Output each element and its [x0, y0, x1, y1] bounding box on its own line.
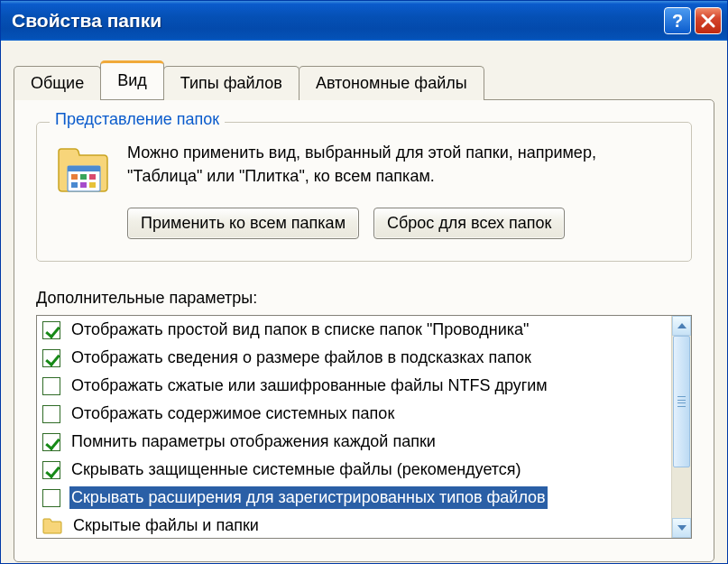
apply-to-all-button[interactable]: Применить ко всем папкам	[127, 208, 359, 239]
tab-view[interactable]: Вид	[100, 60, 164, 99]
list-item-label: Отображать сведения о размере файлов в п…	[69, 347, 533, 369]
tab-file-types[interactable]: Типы файлов	[163, 66, 299, 100]
help-icon: ?	[672, 11, 683, 32]
folder-views-group: Представление папок	[36, 122, 692, 262]
group-right: Можно применить вид, выбранный для этой …	[127, 141, 673, 239]
list-item[interactable]: Скрывать расширения для зарегистрированн…	[37, 484, 671, 512]
group-buttons: Применить ко всем папкам Сброс для всех …	[127, 208, 673, 239]
list-item-label: Скрытые файлы и папки	[71, 514, 261, 537]
folder-icon	[42, 518, 62, 534]
tab-offline-files[interactable]: Автономные файлы	[299, 66, 484, 100]
reset-all-button[interactable]: Сброс для всех папок	[373, 208, 565, 239]
scrollbar-track[interactable]	[672, 336, 691, 518]
checkbox-icon[interactable]	[42, 321, 60, 339]
chevron-up-icon	[677, 323, 687, 328]
list-item[interactable]: Отображать простой вид папок в списке па…	[37, 316, 671, 344]
checkbox-icon[interactable]	[42, 461, 60, 479]
scrollbar	[671, 316, 691, 538]
list-item[interactable]: Отображать сжатые или зашифрованные файл…	[37, 372, 671, 400]
advanced-settings-label: Дополнительные параметры:	[36, 289, 692, 308]
list-item-label: Отображать сжатые или зашифрованные файл…	[69, 374, 549, 397]
list-item-label: Помнить параметры отображения каждой пап…	[69, 430, 438, 453]
list-item-label: Отображать содержимое системных папок	[69, 402, 396, 425]
client-area: Общие Вид Типы файлов Автономные файлы П…	[1, 41, 727, 563]
scroll-up-button[interactable]	[672, 316, 691, 336]
close-icon	[701, 14, 715, 28]
list-item[interactable]: Скрывать защищенные системные файлы (рек…	[37, 456, 671, 484]
list-item-label: Скрывать защищенные системные файлы (рек…	[69, 458, 523, 481]
tab-strip: Общие Вид Типы файлов Автономные файлы	[14, 60, 714, 99]
list-item[interactable]: Отображать содержимое системных папок	[37, 400, 671, 428]
svg-rect-6	[80, 182, 87, 188]
svg-rect-1	[68, 166, 100, 171]
titlebar[interactable]: Свойства папки ?	[1, 1, 727, 41]
group-content: Можно применить вид, выбранный для этой …	[55, 141, 673, 239]
list-item-label: Скрывать расширения для зарегистрированн…	[69, 486, 548, 509]
list-item[interactable]: Помнить параметры отображения каждой пап…	[37, 428, 671, 456]
folder-views-group-title: Представление папок	[50, 110, 225, 129]
scroll-down-button[interactable]	[672, 518, 691, 538]
list-item-label: Отображать простой вид папок в списке па…	[69, 319, 530, 341]
checkbox-icon[interactable]	[42, 405, 60, 423]
checkbox-icon[interactable]	[42, 377, 60, 395]
view-tab-panel: Представление папок	[14, 99, 714, 562]
folder-options-window: Свойства папки ? Общие Вид Типы файлов А…	[0, 0, 728, 564]
close-button[interactable]	[695, 7, 722, 34]
advanced-settings-list[interactable]: Отображать простой вид папок в списке па…	[36, 315, 692, 539]
help-button[interactable]: ?	[664, 7, 691, 34]
checkbox-icon[interactable]	[42, 349, 60, 367]
list-item[interactable]: Отображать сведения о размере файлов в п…	[37, 344, 671, 372]
window-title: Свойства папки	[12, 10, 161, 32]
list-item[interactable]: Скрытые файлы и папки	[37, 512, 671, 538]
svg-rect-2	[71, 174, 78, 180]
chevron-down-icon	[677, 525, 687, 531]
checkbox-icon[interactable]	[42, 433, 60, 451]
titlebar-buttons: ?	[664, 7, 722, 34]
svg-rect-3	[80, 174, 87, 180]
svg-rect-5	[71, 182, 78, 188]
svg-rect-4	[89, 174, 96, 180]
scrollbar-thumb[interactable]	[673, 336, 690, 467]
folder-views-description: Можно применить вид, выбранный для этой …	[127, 141, 673, 188]
tab-general[interactable]: Общие	[14, 66, 101, 100]
checkbox-icon[interactable]	[42, 489, 60, 507]
folder-views-icon	[55, 141, 111, 239]
svg-rect-7	[89, 182, 96, 188]
